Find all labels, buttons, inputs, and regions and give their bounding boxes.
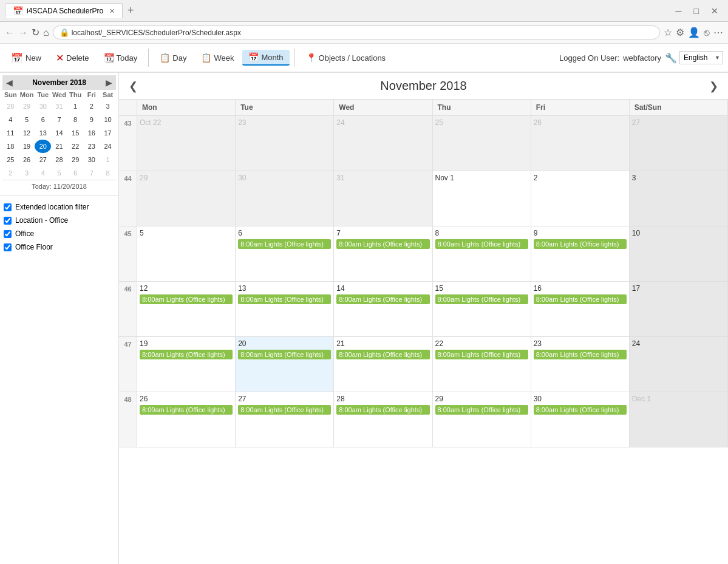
forward-button[interactable]: → [18, 27, 28, 38]
calendar-day[interactable]: 228:00am Lights (Office lights) [433, 337, 531, 392]
calendar-day[interactable]: Oct 22 [137, 116, 236, 171]
calendar-day[interactable]: 288:00am Lights (Office lights) [334, 392, 432, 447]
mini-cal-next[interactable]: ▶ [106, 78, 112, 87]
today-button[interactable]: 📆 Today [98, 50, 144, 65]
menu-icon[interactable]: ⋯ [713, 27, 723, 38]
mini-cal-day[interactable]: 9 [84, 113, 100, 126]
mini-cal-day[interactable]: 1 [100, 153, 116, 166]
calendar-event[interactable]: 8:00am Lights (Office lights) [435, 405, 528, 415]
settings-icon[interactable]: 🔧 [665, 52, 677, 64]
mini-cal-day[interactable]: 28 [2, 100, 19, 113]
objects-button[interactable]: 📍 Objects / Locations [300, 50, 392, 65]
calendar-day[interactable]: 88:00am Lights (Office lights) [433, 226, 531, 281]
mini-cal-day[interactable]: 6 [35, 113, 51, 126]
calendar-event[interactable]: 8:00am Lights (Office lights) [140, 405, 233, 415]
bookmark-icon[interactable]: ☆ [664, 27, 672, 38]
mini-cal-day[interactable]: 29 [19, 100, 35, 113]
extended-filter-item[interactable]: Extended location filter [4, 200, 115, 214]
share-icon[interactable]: ⎋ [704, 27, 710, 38]
location-filter-item[interactable]: Location - Office [4, 214, 115, 227]
delete-button[interactable]: ✕ Delete [50, 50, 95, 66]
home-button[interactable]: ⌂ [43, 27, 49, 38]
calendar-day[interactable]: 198:00am Lights (Office lights) [137, 337, 236, 392]
cal-next-button[interactable]: ❯ [704, 77, 723, 95]
calendar-event[interactable]: 8:00am Lights (Office lights) [435, 239, 528, 249]
mini-cal-day[interactable]: 21 [51, 140, 67, 153]
language-dropdown[interactable]: English German French [679, 51, 723, 64]
calendar-day[interactable]: 68:00am Lights (Office lights) [236, 226, 334, 281]
mini-cal-day[interactable]: 7 [51, 113, 67, 126]
extensions-icon[interactable]: ⚙ [676, 27, 684, 38]
mini-cal-day[interactable]: 23 [84, 140, 100, 153]
calendar-event[interactable]: 8:00am Lights (Office lights) [238, 350, 331, 359]
close-button[interactable]: ✕ [706, 5, 723, 17]
calendar-day[interactable]: 158:00am Lights (Office lights) [433, 282, 531, 336]
mini-cal-prev[interactable]: ◀ [6, 78, 13, 87]
mini-cal-day[interactable]: 3 [19, 166, 35, 180]
office-floor-filter-item[interactable]: Office Floor [4, 240, 115, 254]
calendar-day[interactable]: 218:00am Lights (Office lights) [334, 337, 432, 392]
mini-cal-day[interactable]: 30 [35, 100, 51, 113]
calendar-day[interactable]: 268:00am Lights (Office lights) [137, 392, 236, 447]
maximize-button[interactable]: □ [689, 5, 704, 17]
mini-cal-day[interactable]: 31 [51, 100, 67, 113]
calendar-event[interactable]: 8:00am Lights (Office lights) [140, 294, 233, 304]
calendar-day[interactable]: 10 [630, 226, 728, 281]
mini-cal-day[interactable]: 16 [84, 126, 100, 140]
calendar-day[interactable]: 148:00am Lights (Office lights) [334, 282, 432, 336]
day-button[interactable]: 📋 Day [154, 50, 192, 65]
mini-cal-day[interactable]: 26 [19, 153, 35, 166]
calendar-day[interactable]: 24 [334, 116, 432, 171]
calendar-day[interactable]: 31 [334, 171, 432, 226]
location-filter-checkbox[interactable] [4, 217, 12, 225]
cal-prev-button[interactable]: ❮ [124, 77, 143, 95]
calendar-day[interactable]: 25 [433, 116, 531, 171]
month-button[interactable]: 📅 Month [242, 50, 289, 66]
minimize-button[interactable]: ─ [671, 5, 687, 17]
mini-cal-day[interactable]: 6 [67, 166, 84, 180]
calendar-day[interactable]: 308:00am Lights (Office lights) [531, 392, 630, 447]
mini-cal-day[interactable]: 12 [19, 126, 35, 140]
calendar-event[interactable]: 8:00am Lights (Office lights) [336, 405, 429, 415]
calendar-event[interactable]: 8:00am Lights (Office lights) [435, 294, 528, 304]
calendar-day[interactable]: 24 [630, 337, 728, 392]
mini-cal-day[interactable]: 19 [19, 140, 35, 153]
calendar-day[interactable]: 2 [531, 171, 630, 226]
mini-cal-day[interactable]: 25 [2, 153, 19, 166]
mini-cal-day[interactable]: 2 [84, 100, 100, 113]
calendar-event[interactable]: 8:00am Lights (Office lights) [336, 350, 429, 359]
calendar-day[interactable]: 29 [137, 171, 236, 226]
calendar-day[interactable]: 23 [236, 116, 334, 171]
address-bar[interactable]: 🔒 localhost/_SERVICES/SchedulerPro/Sched… [53, 25, 660, 39]
calendar-day[interactable]: 30 [236, 171, 334, 226]
profile-icon[interactable]: 👤 [688, 27, 700, 38]
mini-cal-day[interactable]: 24 [100, 140, 116, 153]
mini-cal-day[interactable]: 29 [67, 153, 84, 166]
calendar-day[interactable]: 138:00am Lights (Office lights) [236, 282, 334, 336]
browser-tab[interactable]: 📅 i4SCADA SchedulerPro ✕ [5, 3, 123, 18]
mini-cal-day[interactable]: 13 [35, 126, 51, 140]
mini-cal-day[interactable]: 18 [2, 140, 19, 153]
mini-cal-day[interactable]: 10 [100, 113, 116, 126]
calendar-day[interactable]: 128:00am Lights (Office lights) [137, 282, 236, 336]
mini-cal-day[interactable]: 11 [2, 126, 19, 140]
calendar-day[interactable]: 208:00am Lights (Office lights) [236, 337, 334, 392]
calendar-day[interactable]: Nov 1 [433, 171, 531, 226]
calendar-event[interactable]: 8:00am Lights (Office lights) [534, 350, 627, 359]
calendar-event[interactable]: 8:00am Lights (Office lights) [238, 239, 331, 249]
mini-cal-day[interactable]: 20 [35, 140, 51, 153]
back-button[interactable]: ← [5, 27, 15, 38]
office-floor-filter-checkbox[interactable] [4, 243, 12, 251]
mini-cal-day[interactable]: 1 [67, 100, 84, 113]
calendar-day[interactable]: 168:00am Lights (Office lights) [531, 282, 630, 336]
calendar-day[interactable]: Dec 1 [630, 392, 728, 447]
calendar-event[interactable]: 8:00am Lights (Office lights) [238, 405, 331, 415]
calendar-day[interactable]: 3 [630, 171, 728, 226]
mini-cal-day[interactable]: 5 [19, 113, 35, 126]
week-button[interactable]: 📋 Week [195, 50, 240, 65]
mini-cal-day[interactable]: 3 [100, 100, 116, 113]
tab-close-icon[interactable]: ✕ [109, 7, 115, 15]
calendar-day[interactable]: 5 [137, 226, 236, 281]
mini-cal-day[interactable]: 17 [100, 126, 116, 140]
mini-cal-day[interactable]: 28 [51, 153, 67, 166]
